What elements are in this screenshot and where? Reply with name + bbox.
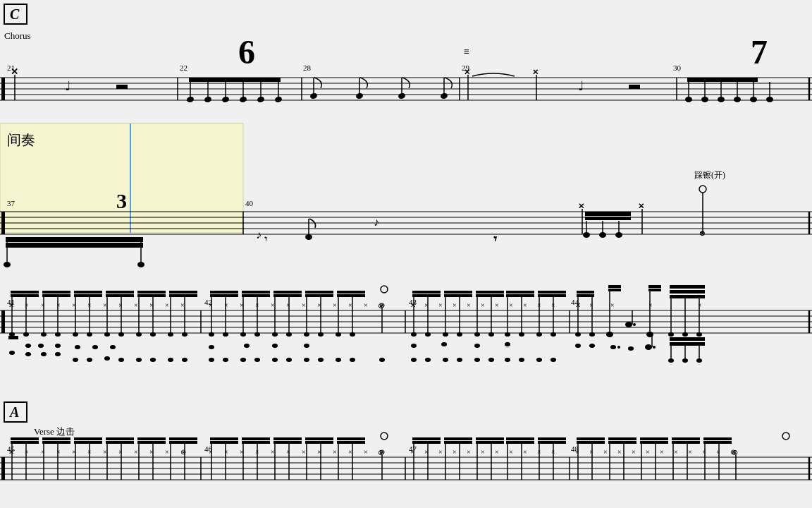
svg-rect-433 [337,437,365,440]
svg-text:✕: ✕ [532,68,539,76]
svg-text:间奏: 间奏 [7,132,35,147]
svg-text:×: × [149,301,154,309]
svg-rect-214 [273,294,302,297]
svg-point-156 [104,332,110,337]
svg-rect-310 [577,294,594,297]
svg-text:×: × [575,448,579,456]
svg-text:×: × [495,301,499,309]
svg-point-99 [599,232,606,238]
svg-text:×: × [165,448,169,456]
svg-rect-382 [11,441,39,444]
svg-point-163 [150,332,156,337]
svg-rect-425 [273,437,302,440]
svg-text:⊗: ⊗ [378,448,384,456]
svg-text:7: 7 [751,33,768,71]
svg-rect-351 [4,402,27,422]
svg-point-239 [223,358,228,362]
svg-rect-430 [305,441,333,444]
svg-point-34 [221,96,230,103]
svg-point-89 [305,234,312,240]
svg-point-333 [682,332,688,337]
svg-point-339 [628,346,634,351]
svg-text:×: × [537,448,541,456]
svg-rect-495 [672,437,700,440]
svg-point-104 [699,186,706,193]
svg-text:⊗: ⊗ [378,301,384,310]
svg-point-283 [519,332,524,337]
svg-text:×: × [716,448,720,456]
svg-text:×: × [648,301,653,309]
svg-rect-422 [242,441,270,444]
svg-rect-279 [506,294,534,297]
svg-point-63 [734,97,741,102]
svg-rect-201 [210,291,238,294]
svg-point-320 [633,323,636,326]
svg-text:✕: ✕ [8,301,14,309]
svg-rect-467 [538,441,566,444]
svg-rect-455 [444,441,472,444]
svg-rect-398 [137,441,166,444]
svg-point-37 [274,96,283,103]
svg-rect-140 [42,291,70,294]
svg-text:×: × [333,448,337,456]
svg-text:×: × [255,301,259,309]
svg-rect-340 [670,337,705,341]
svg-point-292 [474,344,480,348]
svg-point-244 [304,358,309,362]
svg-point-236 [272,344,278,348]
svg-rect-165 [169,294,197,297]
svg-rect-158 [137,291,166,294]
svg-rect-500 [703,441,732,444]
svg-text:×: × [103,448,107,456]
svg-text:×: × [317,301,321,309]
svg-rect-451 [412,441,441,444]
svg-text:29: 29 [462,64,470,72]
svg-rect-134 [11,291,39,294]
svg-rect-499 [703,437,732,440]
svg-point-300 [505,358,510,362]
svg-point-64 [750,97,757,102]
svg-text:×: × [317,448,321,456]
svg-text:×: × [438,448,443,456]
svg-text:×: × [255,448,259,456]
svg-rect-284 [538,291,566,294]
svg-text:✕: ✕ [638,202,644,210]
svg-text:×: × [348,448,352,456]
svg-text:×: × [523,301,527,309]
svg-point-98 [583,232,590,238]
svg-point-218 [286,332,292,337]
svg-point-302 [536,358,542,362]
svg-text:⊗: ⊗ [180,448,186,456]
svg-point-162 [136,332,142,337]
svg-text:3: 3 [116,189,127,212]
svg-point-178 [25,352,31,356]
svg-text:×: × [603,448,608,456]
svg-point-85 [137,262,144,267]
svg-point-336 [589,344,595,348]
svg-text:×: × [453,301,457,309]
svg-point-247 [350,358,355,362]
svg-point-39 [309,92,318,99]
svg-text:×: × [438,301,443,309]
svg-text:𝄾: 𝄾 [493,236,498,242]
svg-point-242 [272,358,278,362]
svg-text:⊗: ⊗ [699,229,705,237]
svg-point-32 [186,96,195,103]
svg-rect-309 [577,291,594,294]
svg-point-230 [336,332,341,337]
svg-rect-25 [189,78,281,82]
svg-point-144 [41,332,47,337]
svg-point-183 [104,356,110,361]
svg-text:×: × [209,448,213,456]
svg-rect-80 [6,237,143,242]
svg-text:×: × [424,448,429,456]
svg-point-347 [696,358,702,363]
svg-point-188 [182,358,187,362]
svg-text:×: × [537,301,541,309]
svg-point-277 [488,332,494,337]
svg-text:×: × [103,301,107,309]
svg-point-151 [87,332,92,337]
svg-point-145 [55,332,61,337]
svg-point-299 [488,358,494,362]
svg-point-349 [653,346,656,349]
